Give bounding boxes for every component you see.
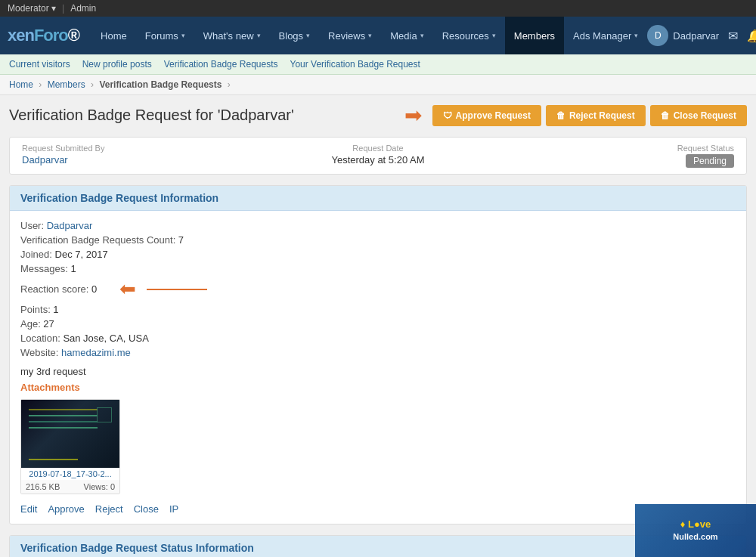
your-verification-badge-request-link[interactable]: Your Verification Badge Request [290,59,420,70]
reviews-dropdown-arrow: ▾ [368,32,372,39]
reaction-score-line: Reaction score: 0 ⬅ [20,277,736,301]
close-request-button[interactable]: 🗑 Close Request [650,105,747,126]
watermark: ♦ L●ve Nulled.com [635,504,756,557]
attachment-name: 2019-07-18_17-30-2... [21,468,119,480]
nav-reviews[interactable]: Reviews ▾ [319,17,381,54]
page-header: Verification Badge Request for 'Dadparva… [9,103,747,128]
reject-link[interactable]: Reject [95,503,123,515]
request-date-value: Yesterday at 5:20 AM [259,154,497,166]
notification-bell-icon[interactable]: 🔔 [747,29,756,43]
trash-icon: 🗑 [556,110,565,121]
messages-line: Messages: 1 [20,263,736,274]
website-line: Website: hamedazimi.me [20,347,736,358]
nav-right-section: D Dadparvar ✉ 🔔 [647,25,756,46]
attachment-size: 216.5 KB [26,482,60,491]
action-buttons: ➡ 🛡 Approve Request 🗑 Reject Request 🗑 C… [404,103,747,128]
main-navigation: xenForo® Home Forums ▾ What's new ▾ Blog… [0,17,756,54]
media-dropdown-arrow: ▾ [420,32,424,39]
location-line: Location: San Jose, CA, USA [20,333,736,344]
forums-dropdown-arrow: ▾ [181,32,185,39]
ip-link[interactable]: IP [169,503,178,515]
request-status-section: Request Status Pending [497,144,734,168]
user-menu[interactable]: D Dadparvar [647,25,719,46]
nav-ads-manager[interactable]: Ads Manager ▾ [564,17,647,54]
right-arrow-annotation: ➡ [404,103,422,128]
submitted-by-section: Request Submitted By Dadparvar [22,144,259,168]
arrow-line [147,289,207,290]
joined-line: Joined: Dec 7, 2017 [20,249,736,260]
info-card: Verification Badge Request Information U… [9,185,747,525]
page-title: Verification Badge Request for 'Dadparva… [9,107,294,124]
edit-link[interactable]: Edit [20,503,37,515]
nav-whats-new[interactable]: What's new ▾ [194,17,270,54]
secondary-navigation: Current visitors New profile posts Verif… [0,54,756,75]
nav-members[interactable]: Members [505,17,564,54]
submitted-by-label: Request Submitted By [22,144,259,153]
attachment-thumbnail [21,400,119,468]
request-message: my 3rd request [20,366,736,377]
points-line: Points: 1 [20,304,736,315]
breadcrumb-members[interactable]: Members [48,79,85,90]
blogs-dropdown-arrow: ▾ [306,32,310,39]
attachments-label: Attachments [20,382,736,393]
nav-forums[interactable]: Forums ▾ [136,17,194,54]
site-logo[interactable]: xenForo® [8,17,91,54]
whats-new-dropdown-arrow: ▾ [257,32,261,39]
page-content: Verification Badge Request for 'Dadparva… [0,95,756,557]
request-status-label: Request Status [497,144,734,153]
breadcrumb: Home › Members › Verification Badge Requ… [0,75,756,95]
action-links: Edit Approve Reject Close IP [20,503,736,515]
reject-request-button[interactable]: 🗑 Reject Request [546,105,646,126]
request-date-label: Request Date [259,144,497,153]
nav-blogs[interactable]: Blogs ▾ [270,17,320,54]
resources-dropdown-arrow: ▾ [492,32,496,39]
left-arrow-annotation: ⬅ [119,277,136,301]
avatar: D [647,25,668,46]
website-link[interactable]: hamedazimi.me [61,347,131,358]
info-card-header: Verification Badge Request Information [10,186,746,211]
mail-icon[interactable]: ✉ [728,29,738,43]
nav-home[interactable]: Home [91,17,136,54]
close-icon: 🗑 [661,110,670,121]
ads-manager-dropdown-arrow: ▾ [634,32,638,39]
admin-bar: Moderator ▾ | Admin [0,0,756,17]
nav-media[interactable]: Media ▾ [381,17,432,54]
shield-icon: 🛡 [443,110,452,121]
age-line: Age: 27 [20,318,736,330]
current-visitors-link[interactable]: Current visitors [9,59,70,70]
new-profile-posts-link[interactable]: New profile posts [82,59,152,70]
info-card-body: User: Dadparvar Verification Badge Reque… [10,211,746,524]
username-label: Dadparvar [673,30,719,42]
admin-link[interactable]: Admin [70,3,96,14]
attachment-views: Views: 0 [84,482,115,491]
nav-items: Home Forums ▾ What's new ▾ Blogs ▾ Revie… [91,17,647,54]
nav-resources[interactable]: Resources ▾ [433,17,505,54]
request-meta-bar: Request Submitted By Dadparvar Request D… [9,137,747,175]
moderator-label[interactable]: Moderator ▾ [8,3,56,14]
verification-badge-requests-link[interactable]: Verification Badge Requests [164,59,278,70]
breadcrumb-home[interactable]: Home [9,79,33,90]
approve-request-button[interactable]: 🛡 Approve Request [432,105,541,126]
breadcrumb-current: Verification Badge Requests [99,79,222,90]
close-link[interactable]: Close [134,503,159,515]
request-date-section: Request Date Yesterday at 5:20 AM [259,144,497,168]
user-link[interactable]: Dadparvar [47,220,93,231]
status-badge: Pending [686,154,734,168]
attachment-item[interactable]: 2019-07-18_17-30-2... 216.5 KB Views: 0 [20,399,120,494]
attachment-meta: 216.5 KB Views: 0 [21,480,119,494]
approve-link[interactable]: Approve [48,503,84,515]
submitted-by-link[interactable]: Dadparvar [22,154,68,166]
user-line: User: Dadparvar [20,220,736,231]
badge-count-line: Verification Badge Requests Count: 7 [20,234,736,246]
submitted-by-value: Dadparvar [22,154,259,166]
